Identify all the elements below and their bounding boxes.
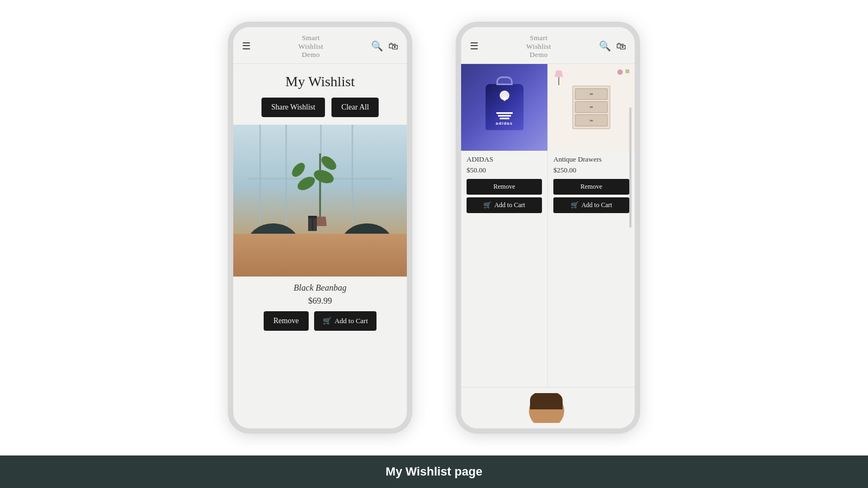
product-card-adidas-info: ADIDAS $50.00 Remove 🛒 Add to Cart (461, 151, 547, 217)
person-head (529, 393, 564, 423)
window-line-2 (285, 125, 287, 223)
phone1-content: My Wishlist Share Wishlist Clear All (233, 64, 407, 428)
cart-icon-drawers: 🛒 (571, 201, 579, 209)
drawer-3 (575, 114, 608, 126)
window-line-4 (352, 125, 353, 223)
drawers-name: Antique Drawers (553, 155, 629, 164)
phone1-header: ☰ Smart Wishlist Demo 🔍 🛍 (233, 27, 407, 64)
product-name: Black Beanbag (242, 283, 398, 293)
window-line-1 (259, 125, 261, 223)
phone-1: ☰ Smart Wishlist Demo 🔍 🛍 My Wishlist Sh… (228, 22, 412, 434)
phone2-content: adidas ADIDAS $50.00 Remove 🛒 (461, 64, 635, 428)
adidas-logo (500, 91, 509, 100)
drawers-add-to-cart-button[interactable]: 🛒 Add to Cart (553, 197, 629, 213)
stripe-2 (498, 115, 511, 117)
drawer-1 (575, 88, 608, 100)
footer-label: My Wishlist page (386, 465, 482, 479)
floor (233, 234, 407, 276)
phone1-header-icons: 🔍 🛍 (371, 40, 398, 52)
drawers-background (548, 64, 635, 151)
adidas-text: adidas (496, 121, 513, 126)
drawer-knob-1 (590, 93, 593, 95)
deco-circle-1 (617, 69, 623, 75)
plant-stem (320, 153, 321, 219)
product-image (233, 125, 407, 277)
person-preview (461, 388, 635, 428)
menu-icon-2[interactable]: ☰ (470, 40, 478, 52)
remove-button[interactable]: Remove (264, 311, 309, 331)
phone2-brand: Smart Wishlist Demo (526, 34, 551, 59)
add-to-cart-button[interactable]: 🛒 Add to Cart (314, 311, 376, 331)
cart-icon-adidas: 🛒 (483, 201, 492, 209)
cart-icon[interactable]: 🛍 (388, 41, 398, 52)
wishlist-title: My Wishlist (233, 64, 407, 98)
product-price: $69.99 (242, 296, 398, 306)
product-card-drawers-info: Antique Drawers $250.00 Remove 🛒 Add to … (548, 151, 635, 217)
cart-small-icon: 🛒 (323, 317, 331, 325)
menu-icon[interactable]: ☰ (242, 40, 251, 52)
phone2-header-icons: 🔍 🛍 (599, 40, 626, 52)
drawers-price: $250.00 (553, 166, 629, 175)
adidas-price: $50.00 (467, 166, 542, 175)
bag-handle (496, 76, 513, 85)
add-to-cart-label: Add to Cart (335, 317, 368, 325)
drawers-add-label: Add to Cart (582, 201, 612, 209)
scroll-indicator[interactable] (629, 107, 631, 228)
products-grid: adidas ADIDAS $50.00 Remove 🛒 (461, 64, 635, 388)
beanbag-scene (233, 125, 407, 277)
main-area: ☰ Smart Wishlist Demo 🔍 🛍 My Wishlist Sh… (0, 0, 868, 455)
deco-items (617, 69, 629, 75)
plant-table (308, 216, 317, 231)
person-hair (530, 393, 563, 409)
adidas-background: adidas (461, 64, 547, 151)
deco-circle-2 (626, 69, 629, 73)
adidas-add-label: Add to Cart (494, 201, 525, 209)
drawers-remove-button[interactable]: Remove (553, 179, 629, 195)
product-card-drawers: Antique Drawers $250.00 Remove 🛒 Add to … (548, 64, 635, 388)
stripe-3 (500, 118, 509, 119)
stripe-1 (496, 112, 513, 114)
clear-all-button[interactable]: Clear All (331, 98, 379, 117)
search-icon[interactable]: 🔍 (371, 40, 383, 52)
product-card-adidas: adidas ADIDAS $50.00 Remove 🛒 (461, 64, 548, 388)
adidas-buttons: Remove 🛒 Add to Cart (467, 179, 542, 213)
adidas-add-to-cart-button[interactable]: 🛒 Add to Cart (467, 197, 542, 213)
drawer-knob-2 (590, 106, 593, 108)
adidas-image: adidas (461, 64, 547, 151)
plant-pot (315, 216, 327, 226)
person-head-container (529, 393, 567, 423)
drawers-unit (572, 86, 610, 129)
drawers-image (548, 64, 635, 151)
drawers-buttons: Remove 🛒 Add to Cart (553, 179, 629, 213)
product-info: Black Beanbag $69.99 Remove 🛒 Add to Car… (233, 277, 407, 335)
share-wishlist-button[interactable]: Share Wishlist (261, 98, 325, 117)
search-icon-2[interactable]: 🔍 (599, 40, 611, 52)
footer-bar: My Wishlist page (0, 455, 868, 488)
cart-icon-2[interactable]: 🛍 (616, 41, 626, 52)
action-buttons: Share Wishlist Clear All (233, 98, 407, 125)
phone2-header: ☰ Smart Wishlist Demo 🔍 🛍 (461, 27, 635, 64)
adidas-bag: adidas (486, 84, 524, 130)
drawer-knob-3 (590, 120, 593, 121)
product-actions: Remove 🛒 Add to Cart (242, 311, 398, 331)
phone1-brand: Smart Wishlist Demo (298, 34, 323, 59)
adidas-remove-button[interactable]: Remove (467, 179, 542, 195)
phone-2: ☰ Smart Wishlist Demo 🔍 🛍 (456, 22, 640, 434)
adidas-name: ADIDAS (467, 155, 542, 164)
lamp (554, 70, 563, 85)
adidas-stripes-group (496, 112, 513, 119)
drawer-2 (575, 101, 608, 113)
